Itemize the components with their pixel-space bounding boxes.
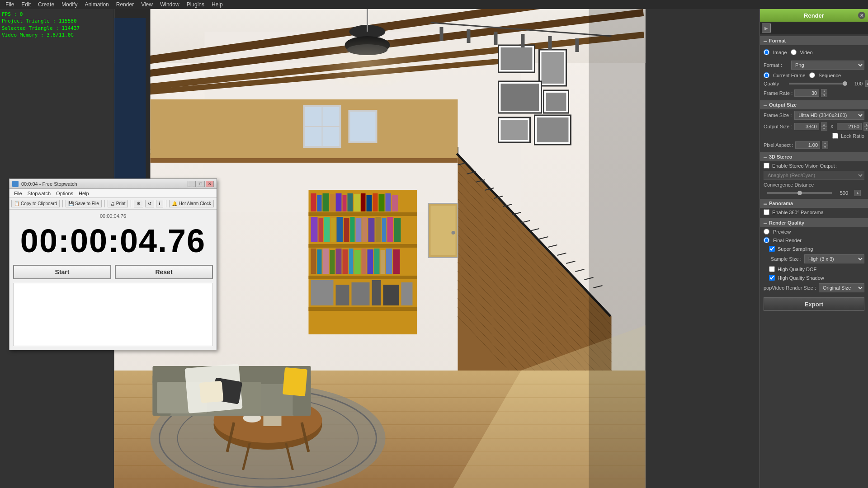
filter-button[interactable]: ⚙ bbox=[134, 200, 143, 207]
sample-size-select[interactable]: High (3 x 3) bbox=[804, 254, 864, 263]
svg-point-158 bbox=[452, 231, 455, 235]
frame-size-select[interactable]: Ultra HD (3840x2160) bbox=[794, 111, 864, 120]
menu-bar: File Edit Create Modify Animation Render… bbox=[0, 0, 868, 9]
fps-status: FPS : 0 bbox=[2, 11, 80, 18]
anaglyph-select[interactable]: Anaglyph (Red/Cyan) bbox=[764, 171, 864, 180]
frame-rate-up[interactable]: ▲ bbox=[821, 89, 827, 93]
super-sampling-label: Super Sampling bbox=[778, 246, 813, 252]
print-button[interactable]: 🖨 Print bbox=[108, 200, 128, 207]
reset-button[interactable]: Reset bbox=[115, 265, 213, 279]
menu-plugins[interactable]: Plugins bbox=[183, 0, 208, 9]
sw-menu-options[interactable]: Options bbox=[53, 191, 76, 196]
width-input[interactable] bbox=[794, 123, 819, 130]
svg-rect-28 bbox=[467, 29, 471, 43]
menu-create[interactable]: Create bbox=[34, 0, 58, 9]
panorama-enable-label: Enable 360° Panorama bbox=[772, 210, 824, 215]
viewport: FPS : 0 Project Triangle : 115580 Select… bbox=[0, 9, 760, 488]
pixel-aspect-input[interactable] bbox=[795, 141, 820, 149]
print-label: Print bbox=[116, 201, 126, 206]
width-up[interactable]: ▲ bbox=[821, 122, 827, 127]
svg-point-25 bbox=[313, 36, 422, 90]
sw-menu-file[interactable]: File bbox=[11, 191, 25, 196]
stopwatch-titlebar: 00:0:04 - Free Stopwatch _ □ ✕ bbox=[9, 179, 217, 189]
svg-rect-93 bbox=[356, 218, 362, 242]
stopwatch-title: 00:0:04 - Free Stopwatch bbox=[21, 181, 188, 187]
copy-to-clipboard-button[interactable]: 📋 Copy to Clipboard bbox=[11, 200, 60, 207]
super-sampling-checkbox[interactable] bbox=[769, 246, 775, 252]
preview-radio[interactable] bbox=[764, 229, 769, 235]
info-button[interactable]: ℹ bbox=[156, 200, 163, 207]
maximize-button[interactable]: □ bbox=[197, 181, 205, 187]
svg-rect-108 bbox=[362, 249, 367, 274]
pop-video-select[interactable]: Original Size bbox=[819, 283, 864, 292]
convergence-slider[interactable] bbox=[767, 192, 832, 194]
sequence-radio[interactable] bbox=[809, 72, 815, 78]
frame-rate-down[interactable]: ▼ bbox=[821, 93, 827, 97]
width-down[interactable]: ▼ bbox=[821, 127, 827, 131]
format-select-row: Format : Png bbox=[760, 59, 868, 71]
final-render-radio[interactable] bbox=[764, 237, 769, 243]
stopwatch-log[interactable] bbox=[13, 283, 213, 346]
menu-file[interactable]: File bbox=[2, 0, 18, 9]
svg-rect-12 bbox=[542, 52, 564, 84]
height-down[interactable]: ▼ bbox=[863, 127, 868, 131]
svg-rect-106 bbox=[349, 249, 354, 274]
hq-shadow-checkbox[interactable] bbox=[769, 275, 775, 281]
close-button[interactable]: ✕ bbox=[206, 181, 214, 187]
project-triangles: Project Triangle : 115580 bbox=[2, 18, 80, 24]
reset-icon-button[interactable]: ↺ bbox=[145, 200, 154, 207]
menu-help[interactable]: Help bbox=[208, 0, 226, 9]
svg-rect-30 bbox=[521, 34, 525, 47]
svg-rect-94 bbox=[363, 217, 368, 242]
menu-window[interactable]: Window bbox=[156, 0, 183, 9]
render-tab-icon[interactable]: ▶ bbox=[762, 23, 771, 33]
menu-edit[interactable]: Edit bbox=[18, 0, 34, 9]
render-quality-section-header: Render Quality bbox=[760, 218, 868, 227]
start-button[interactable]: Start bbox=[13, 265, 111, 279]
menu-animation[interactable]: Animation bbox=[81, 0, 112, 9]
svg-rect-110 bbox=[374, 249, 380, 274]
quality-slider[interactable] bbox=[789, 83, 847, 84]
pixel-aspect-down[interactable]: ▼ bbox=[822, 145, 828, 149]
alarm-clock-button[interactable]: 🔔 Hot Alarm Clock bbox=[169, 200, 214, 207]
minimize-button[interactable]: _ bbox=[188, 181, 196, 187]
save-to-file-button[interactable]: 💾 Save to File bbox=[66, 200, 102, 207]
pixel-aspect-row: Pixel Aspect : ▲ ▼ bbox=[760, 140, 868, 150]
hq-shadow-label: High Quality Shadow bbox=[778, 275, 824, 281]
menu-render[interactable]: Render bbox=[113, 0, 137, 9]
image-radio[interactable] bbox=[764, 49, 769, 55]
svg-rect-72 bbox=[311, 193, 316, 211]
height-input[interactable] bbox=[837, 123, 862, 130]
video-memory: Video Memory : 3.8/11.0G bbox=[2, 32, 80, 38]
svg-rect-187 bbox=[199, 381, 224, 403]
frame-rate-input[interactable] bbox=[794, 89, 819, 97]
toolbar-sep-2 bbox=[104, 200, 105, 207]
height-up[interactable]: ▲ bbox=[863, 122, 868, 127]
video-radio[interactable] bbox=[791, 49, 797, 55]
lock-ratio-checkbox[interactable] bbox=[832, 133, 838, 139]
frame-size-row: Frame Size : Ultra HD (3840x2160) bbox=[760, 109, 868, 121]
final-render-label: Final Render bbox=[773, 238, 802, 243]
stereo-checkbox[interactable] bbox=[764, 163, 769, 169]
stereo-enable-row: Enable Stereo Vision Output : bbox=[760, 161, 868, 170]
quality-increment[interactable]: ▲ bbox=[865, 80, 868, 87]
svg-rect-73 bbox=[317, 195, 322, 211]
svg-rect-92 bbox=[350, 217, 355, 242]
convergence-increment[interactable]: ▲ bbox=[854, 190, 861, 196]
svg-rect-71 bbox=[309, 307, 417, 311]
pixel-aspect-up[interactable]: ▲ bbox=[822, 141, 828, 145]
sw-menu-stopwatch[interactable]: Stopwatch bbox=[25, 191, 53, 196]
window-controls: _ □ ✕ bbox=[188, 181, 214, 187]
svg-rect-107 bbox=[354, 250, 361, 274]
panorama-checkbox[interactable] bbox=[764, 209, 769, 215]
svg-rect-79 bbox=[354, 194, 360, 211]
menu-view[interactable]: View bbox=[137, 0, 156, 9]
export-button[interactable]: Export bbox=[764, 297, 864, 311]
format-select[interactable]: Png bbox=[791, 61, 864, 70]
svg-rect-77 bbox=[343, 195, 347, 211]
menu-modify[interactable]: Modify bbox=[58, 0, 81, 9]
render-panel-close[interactable]: ✕ bbox=[858, 12, 865, 19]
sw-menu-help[interactable]: Help bbox=[76, 191, 92, 196]
hq-dof-checkbox[interactable] bbox=[769, 266, 775, 272]
current-frame-radio[interactable] bbox=[764, 72, 769, 78]
